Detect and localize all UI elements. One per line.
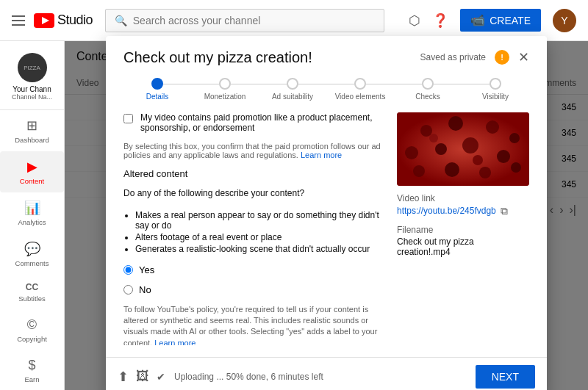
step-monetization[interactable]: Monetization bbox=[191, 78, 259, 101]
step-circle-visibility bbox=[490, 78, 501, 90]
modal-footer: ⬆ 🖼 ✔ Uploading ... 50% done, 6 minutes … bbox=[106, 357, 547, 391]
video-link-url[interactable]: https://youtu.be/245fvdgb bbox=[397, 206, 496, 216]
svg-point-12 bbox=[445, 162, 459, 177]
modal-right: Video link https://youtu.be/245fvdgb ⧉ F… bbox=[397, 112, 529, 345]
modal-header-right: Saved as private ! ✕ bbox=[420, 49, 529, 65]
search-bar[interactable]: 🔍 bbox=[105, 9, 384, 32]
youtube-logo-icon bbox=[34, 13, 54, 28]
paid-promo-checkbox[interactable] bbox=[123, 114, 133, 123]
svg-point-15 bbox=[429, 134, 438, 142]
filename-section: Filename Check out my pizza creation!.mp… bbox=[397, 225, 529, 257]
svg-point-14 bbox=[511, 162, 521, 173]
filename-label: Filename bbox=[397, 225, 529, 235]
create-label: CREATE bbox=[490, 15, 531, 26]
radio-no-label[interactable]: No bbox=[139, 284, 151, 295]
copyright-icon: © bbox=[27, 317, 37, 333]
paid-promo-label[interactable]: My video contains paid promotion like a … bbox=[140, 112, 382, 133]
step-circle-monetization bbox=[219, 78, 231, 90]
modal-body: My video contains paid promotion like a … bbox=[106, 101, 547, 357]
policy-text: To follow YouTube's policy, you're requi… bbox=[123, 304, 382, 345]
step-label-details: Details bbox=[146, 93, 169, 101]
modal-left: My video contains paid promotion like a … bbox=[123, 112, 382, 345]
dashboard-icon: ⊞ bbox=[26, 118, 37, 134]
bullet-list: Makes a real person appear to say or do … bbox=[123, 210, 382, 256]
image-icon[interactable]: 🖼 bbox=[136, 369, 149, 384]
subtitles-icon: CC bbox=[26, 282, 38, 292]
svg-point-5 bbox=[486, 120, 499, 134]
bullet-item-3: Generates a realistic-looking scene that… bbox=[135, 244, 382, 254]
alert-icon: ! bbox=[495, 50, 509, 65]
learn-more-link-1[interactable]: Learn more bbox=[301, 151, 342, 159]
svg-point-3 bbox=[420, 125, 432, 137]
radio-no-row: No bbox=[123, 284, 382, 295]
radio-yes[interactable] bbox=[123, 265, 133, 275]
step-ad-suitability[interactable]: Ad suitability bbox=[259, 78, 326, 101]
step-circle-checks bbox=[422, 78, 434, 90]
logo: Studio bbox=[34, 12, 93, 28]
modal-title: Check out my pizza creation! bbox=[123, 49, 312, 66]
create-button[interactable]: 📹 CREATE bbox=[460, 9, 541, 32]
bullet-item-2: Alters footage of a real event or place bbox=[135, 232, 382, 242]
sidebar-item-dashboard[interactable]: ⊞ Dashboard bbox=[0, 110, 64, 151]
radio-yes-label[interactable]: Yes bbox=[139, 264, 154, 275]
content-icon: ▶ bbox=[27, 159, 37, 175]
help-icon[interactable]: ❓ bbox=[432, 12, 448, 29]
sidebar-label-content: Content bbox=[20, 177, 44, 185]
sidebar-item-copyright[interactable]: © Copyright bbox=[0, 310, 64, 350]
upload-icon[interactable]: ⬆ bbox=[118, 369, 129, 385]
close-button[interactable]: ✕ bbox=[518, 49, 529, 65]
altered-content-title: Altered content bbox=[123, 168, 382, 179]
step-circle-elements bbox=[354, 78, 366, 90]
sidebar-item-content[interactable]: ▶ Content bbox=[0, 151, 64, 192]
channel-name: Your Chann bbox=[12, 85, 51, 93]
channel-info: PIZZA Your Chann Channel Na... bbox=[0, 47, 64, 110]
hamburger-menu[interactable] bbox=[12, 15, 25, 26]
svg-point-4 bbox=[448, 116, 463, 131]
subtitles-icon[interactable]: ⬡ bbox=[409, 12, 420, 29]
step-details[interactable]: Details bbox=[123, 78, 191, 101]
step-checks[interactable]: Checks bbox=[394, 78, 462, 101]
learn-more-link-2[interactable]: Learn more bbox=[154, 339, 196, 345]
next-button[interactable]: NEXT bbox=[476, 365, 535, 389]
video-link-row: https://youtu.be/245fvdgb ⧉ bbox=[397, 205, 529, 217]
sidebar-item-comments[interactable]: 💬 Comments bbox=[0, 234, 64, 275]
avatar[interactable]: Y bbox=[553, 9, 576, 32]
svg-point-9 bbox=[462, 137, 478, 154]
copy-icon[interactable]: ⧉ bbox=[501, 205, 508, 217]
bullet-item-1: Makes a real person appear to say or do … bbox=[135, 210, 382, 231]
altered-question: Do any of the following describe your co… bbox=[123, 188, 382, 198]
svg-point-7 bbox=[405, 146, 418, 159]
video-link-label: Video link bbox=[397, 193, 529, 203]
upload-progress: Uploading ... 50% done, 6 minutes left bbox=[174, 372, 467, 382]
step-visibility[interactable]: Visibility bbox=[462, 78, 529, 101]
sidebar-label-earn: Earn bbox=[24, 375, 39, 383]
saved-badge: Saved as private bbox=[420, 52, 486, 62]
search-icon: 🔍 bbox=[115, 15, 127, 26]
main-layout: PIZZA Your Chann Channel Na... ⊞ Dashboa… bbox=[0, 41, 588, 390]
svg-point-11 bbox=[413, 165, 425, 177]
sidebar-label-dashboard: Dashboard bbox=[15, 136, 49, 144]
step-label-visibility: Visibility bbox=[482, 93, 509, 101]
sidebar-item-earn[interactable]: $ Earn bbox=[0, 350, 64, 390]
step-circle-details bbox=[151, 78, 163, 90]
radio-no[interactable] bbox=[123, 285, 133, 295]
search-input[interactable] bbox=[133, 15, 375, 26]
sidebar-item-subtitles[interactable]: CC Subtitles bbox=[0, 275, 64, 310]
stepper: Details Monetization Ad suitability bbox=[106, 66, 547, 101]
svg-point-6 bbox=[509, 133, 520, 143]
filename-value: Check out my pizza creation!.mp4 bbox=[397, 236, 529, 257]
footer-icons: ⬆ 🖼 ✔ bbox=[118, 369, 165, 385]
step-label-checks: Checks bbox=[415, 93, 440, 101]
sidebar-item-analytics[interactable]: 📊 Analytics bbox=[0, 192, 64, 234]
studio-text: Studio bbox=[57, 12, 93, 28]
step-label-ad: Ad suitability bbox=[272, 93, 313, 101]
sidebar-label-analytics: Analytics bbox=[18, 218, 46, 226]
pizza-image bbox=[397, 112, 529, 186]
pizza-thumbnail bbox=[397, 112, 529, 186]
step-video-elements[interactable]: Video elements bbox=[326, 78, 394, 101]
content-area: Content Video Views Comments 12,345 345 … bbox=[65, 41, 588, 390]
svg-point-8 bbox=[435, 143, 447, 155]
video-link-section: Video link https://youtu.be/245fvdgb ⧉ bbox=[397, 193, 529, 217]
radio-yes-row: Yes bbox=[123, 264, 382, 275]
paid-promo-helper: By selecting this box, you confirm that … bbox=[123, 142, 382, 159]
